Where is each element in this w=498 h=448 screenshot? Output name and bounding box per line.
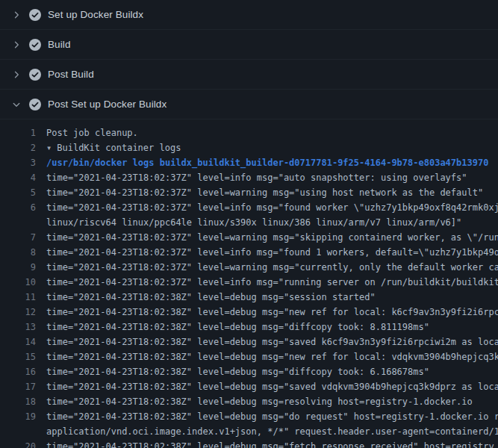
log-text: linux/riscv64 linux/ppc64le linux/s390x … <box>46 215 461 230</box>
check-circle-icon <box>29 69 41 81</box>
line-number[interactable]: 15 <box>0 349 36 364</box>
log-text: time="2021-04-23T18:02:38Z" level=debug … <box>46 349 498 364</box>
line-number[interactable]: 10 <box>0 275 36 290</box>
log-line: 18 time="2021-04-23T18:02:38Z" level=deb… <box>0 394 498 409</box>
line-number[interactable]: 12 <box>0 305 36 320</box>
line-number[interactable]: 9 <box>0 260 36 275</box>
log-text: time="2021-04-23T18:02:38Z" level=debug … <box>46 305 498 320</box>
log-line: 17 time="2021-04-23T18:02:38Z" level=deb… <box>0 379 498 394</box>
line-number[interactable]: 11 <box>0 290 36 305</box>
check-circle-icon <box>29 9 41 21</box>
line-number[interactable]: 8 <box>0 245 36 260</box>
check-circle-icon <box>29 39 41 51</box>
log-line: 15 time="2021-04-23T18:02:38Z" level=deb… <box>0 349 498 364</box>
log-text: time="2021-04-23T18:02:38Z" level=debug … <box>46 364 429 379</box>
log-line: 14 time="2021-04-23T18:02:38Z" level=deb… <box>0 335 498 349</box>
line-number[interactable]: 7 <box>0 230 36 245</box>
log-line: 20 time="2021-04-23T18:02:38Z" level=deb… <box>0 439 498 448</box>
step-section-build[interactable]: Build <box>0 30 498 60</box>
line-number[interactable]: 1 <box>0 125 36 140</box>
log-text: /usr/bin/docker logs buildx_buildkit_bui… <box>46 155 488 170</box>
log-text: time="2021-04-23T18:02:38Z" level=debug … <box>46 394 473 409</box>
log-text: time="2021-04-23T18:02:38Z" level=debug … <box>46 379 498 394</box>
log-line: 4 time="2021-04-23T18:02:37Z" level=info… <box>0 170 498 185</box>
line-number[interactable]: 2 <box>0 140 36 155</box>
log-line: 12 time="2021-04-23T18:02:38Z" level=deb… <box>0 305 498 320</box>
log-area: 1 Post job cleanup. 2 ▾ BuildKit contain… <box>0 119 498 448</box>
log-line: 2 ▾ BuildKit container logs <box>0 140 498 155</box>
log-line: 3 /usr/bin/docker logs buildx_buildkit_b… <box>0 155 498 170</box>
log-text: time="2021-04-23T18:02:37Z" level=info m… <box>46 245 498 260</box>
chevron-down-icon <box>12 100 21 109</box>
log-line: 5 time="2021-04-23T18:02:37Z" level=warn… <box>0 185 498 200</box>
log-line: application/vnd.oci.image.index.v1+json,… <box>0 424 498 439</box>
caret-down-icon[interactable]: ▾ <box>46 140 52 155</box>
log-line: 13 time="2021-04-23T18:02:38Z" level=deb… <box>0 320 498 335</box>
log-line: 7 time="2021-04-23T18:02:37Z" level=warn… <box>0 230 498 245</box>
log-text: time="2021-04-23T18:02:38Z" level=debug … <box>46 320 429 335</box>
chevron-right-icon <box>12 40 21 49</box>
line-number[interactable]: 3 <box>0 155 36 170</box>
log-text: application/vnd.oci.image.index.v1+json,… <box>46 424 498 439</box>
line-number[interactable]: 14 <box>0 335 36 349</box>
section-title: Post Build <box>48 69 94 80</box>
log-text: time="2021-04-23T18:02:37Z" level=info m… <box>46 170 467 185</box>
log-text: time="2021-04-23T18:02:38Z" level=debug … <box>46 439 494 448</box>
line-number[interactable]: 18 <box>0 394 36 409</box>
log-text: time="2021-04-23T18:02:38Z" level=debug … <box>46 409 498 424</box>
log-line: 10 time="2021-04-23T18:02:37Z" level=inf… <box>0 275 498 290</box>
step-section-post-build[interactable]: Post Build <box>0 60 498 90</box>
check-circle-icon <box>29 99 41 111</box>
line-number[interactable]: 16 <box>0 364 36 379</box>
log-line: 19 time="2021-04-23T18:02:38Z" level=deb… <box>0 409 498 424</box>
actions-log-viewer: Set up Docker Buildx Build P <box>0 0 498 448</box>
steps-list: Set up Docker Buildx Build P <box>0 0 498 119</box>
log-line: 1 Post job cleanup. <box>0 125 498 140</box>
line-number[interactable]: 5 <box>0 185 36 200</box>
log-line: 11 time="2021-04-23T18:02:38Z" level=deb… <box>0 290 498 305</box>
line-number[interactable] <box>0 424 36 439</box>
section-title: Set up Docker Buildx <box>48 9 143 20</box>
log-line: 6 time="2021-04-23T18:02:37Z" level=info… <box>0 200 498 215</box>
log-text: time="2021-04-23T18:02:38Z" level=debug … <box>46 335 498 349</box>
log-text: time="2021-04-23T18:02:37Z" level=info m… <box>46 275 498 290</box>
log-text: time="2021-04-23T18:02:37Z" level=warnin… <box>46 260 498 275</box>
log-text: time="2021-04-23T18:02:37Z" level=warnin… <box>46 185 483 200</box>
chevron-right-icon <box>12 70 21 79</box>
line-number[interactable]: 13 <box>0 320 36 335</box>
line-number[interactable]: 6 <box>0 200 36 215</box>
step-section-post-set-up-docker-buildx[interactable]: Post Set up Docker Buildx <box>0 90 498 119</box>
chevron-right-icon <box>12 10 21 19</box>
log-text: time="2021-04-23T18:02:37Z" level=warnin… <box>46 230 498 245</box>
line-number[interactable]: 19 <box>0 409 36 424</box>
log-line: 16 time="2021-04-23T18:02:38Z" level=deb… <box>0 364 498 379</box>
line-number[interactable]: 20 <box>0 439 36 448</box>
log-line: linux/riscv64 linux/ppc64le linux/s390x … <box>0 215 498 230</box>
log-text: time="2021-04-23T18:02:38Z" level=debug … <box>46 290 376 305</box>
log-text: Post job cleanup. <box>46 125 138 140</box>
log-text: BuildKit container logs <box>57 140 181 155</box>
step-section-set-up-docker-buildx[interactable]: Set up Docker Buildx <box>0 0 498 30</box>
line-number[interactable]: 4 <box>0 170 36 185</box>
section-title: Post Set up Docker Buildx <box>48 99 166 110</box>
line-number[interactable] <box>0 215 36 230</box>
line-number[interactable]: 17 <box>0 379 36 394</box>
log-line: 8 time="2021-04-23T18:02:37Z" level=info… <box>0 245 498 260</box>
section-title: Build <box>48 39 71 50</box>
log-line: 9 time="2021-04-23T18:02:37Z" level=warn… <box>0 260 498 275</box>
log-text: time="2021-04-23T18:02:37Z" level=info m… <box>46 200 498 215</box>
